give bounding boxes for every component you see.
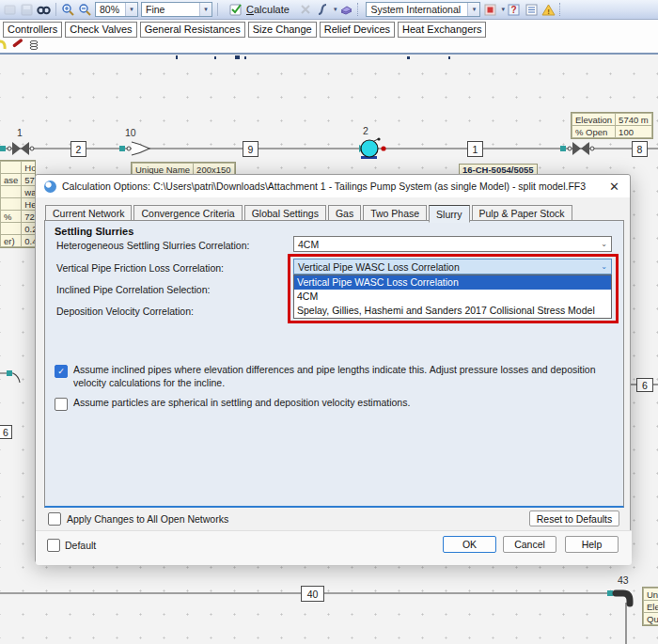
- cell: er): [1, 235, 22, 247]
- tooltip-key: Elevation: [572, 114, 616, 126]
- chevron-down-icon[interactable]: ⌄: [597, 240, 611, 248]
- junction-box[interactable]: 8: [632, 141, 648, 157]
- cell: [1, 223, 22, 235]
- cell: wat: [22, 186, 36, 198]
- default-checkbox[interactable]: [47, 539, 60, 552]
- clipped-text-fragment: [448, 56, 450, 59]
- toolbar-separator: [55, 3, 56, 16]
- pipe-drawing-tool-icon[interactable]: [316, 3, 330, 17]
- calculate-label: Calculate: [246, 4, 290, 15]
- toolbar-grip[interactable]: [559, 3, 564, 16]
- checkbox-checked[interactable]: ✓: [55, 365, 68, 378]
- cell: Uniq: [644, 589, 658, 601]
- field-label-deposition-velocity: Deposition Velocity Correlation:: [56, 306, 194, 317]
- chevron-down-icon[interactable]: ▾: [467, 3, 479, 16]
- field-label-inclined-pipe: Inclined Pipe Correlation Selection:: [56, 284, 210, 295]
- cell: 72: [22, 211, 36, 223]
- highlight-color-icon[interactable]: [483, 3, 497, 17]
- list-report-icon[interactable]: [525, 3, 539, 17]
- cell: [1, 198, 22, 211]
- zoom-level-combobox[interactable]: 80% ▾: [95, 2, 138, 17]
- slurry-tab-panel: Settling Slurries Heterogeneous Settling…: [44, 220, 624, 508]
- junction-box[interactable]: 6: [0, 425, 12, 439]
- field-label-vertical-pipe: Vertical Pipe Friction Loss Correlation:: [56, 262, 224, 274]
- detail-combobox[interactable]: Fine ▾: [141, 2, 212, 17]
- cell: Hop: [22, 162, 36, 174]
- component-button-relief-devices[interactable]: Relief Devices: [320, 22, 395, 38]
- svg-text:!: !: [547, 7, 550, 15]
- chevron-down-icon[interactable]: ▾: [501, 6, 505, 13]
- app-icon: [44, 181, 56, 193]
- component-button-check-valves[interactable]: Check Valves: [65, 22, 136, 38]
- junction-box[interactable]: 6: [636, 378, 653, 392]
- dropdown-option[interactable]: 4CM: [294, 290, 611, 304]
- junction-box[interactable]: 40: [301, 586, 324, 602]
- vertical-pipe-correlation-combobox[interactable]: Vertical Pipe WASC Loss Correlation ⌄: [293, 259, 612, 275]
- junction-label: 1: [17, 127, 23, 138]
- save-icon[interactable]: [20, 3, 34, 17]
- junction-box[interactable]: 9: [243, 141, 258, 157]
- chevron-down-icon[interactable]: ⌄: [597, 262, 611, 271]
- junction-box[interactable]: 1: [467, 141, 483, 157]
- cell: 0.4: [22, 235, 36, 247]
- assume-inclined-pipes-row: ✓ Assume inclined pipes where elevation …: [55, 364, 616, 389]
- tab-slurry[interactable]: Slurry: [429, 205, 469, 223]
- help-button[interactable]: Help: [565, 536, 619, 553]
- warning-icon[interactable]: !: [541, 3, 556, 17]
- find-icon[interactable]: [37, 3, 51, 17]
- cancel-button[interactable]: Cancel: [503, 536, 556, 553]
- cell: Quan: [644, 613, 658, 625]
- cell: [1, 162, 22, 174]
- junction-label: 43: [618, 574, 629, 586]
- dropdown-option[interactable]: Spelay, Gillies, Hashemi and Sanders 201…: [294, 304, 611, 318]
- detail-value: Fine: [146, 4, 164, 15]
- checkbox-unchecked[interactable]: [55, 398, 68, 411]
- ok-button[interactable]: OK: [443, 536, 496, 553]
- apply-strip: Apply Changes to All Open Networks Reset…: [36, 507, 632, 530]
- chevron-down-icon[interactable]: ▾: [125, 3, 137, 16]
- chevron-down-icon[interactable]: ▾: [199, 3, 212, 16]
- units-value: System International: [370, 4, 461, 15]
- open-icon[interactable]: [3, 3, 17, 17]
- pen-icon: [12, 39, 24, 48]
- component-button-general-resistances[interactable]: General Resistances: [140, 22, 245, 38]
- component-button-heat-exchangers[interactable]: Heat Exchangers: [398, 22, 486, 38]
- cell: 0.2: [22, 223, 36, 235]
- cell: 574: [22, 174, 36, 186]
- toolbar-grip[interactable]: [357, 3, 362, 16]
- reset-to-defaults-button[interactable]: Reset to Defaults: [529, 510, 619, 526]
- combobox-value: 4CM: [298, 239, 319, 250]
- section-title: Settling Slurries: [55, 226, 133, 237]
- junction-label: 2: [363, 125, 368, 136]
- heterogeneous-correlation-combobox[interactable]: 4CM ⌄: [293, 236, 612, 252]
- calculate-button[interactable]: Calculate: [223, 1, 296, 19]
- field-label-heterogeneous: Heterogeneous Settling Slurries Correlat…: [56, 240, 249, 251]
- clipped-text-fragment: [244, 56, 246, 59]
- model-data-help-icon[interactable]: ?: [508, 3, 522, 17]
- combobox-value: Vertical Pipe WASC Loss Correlation: [298, 261, 460, 273]
- default-row: Default: [47, 538, 96, 552]
- vertical-pipe-correlation-dropdown: Vertical Pipe WASC Loss Correlation 4CM …: [293, 275, 612, 319]
- clipped-text-fragment: [176, 55, 178, 59]
- component-button-controllers[interactable]: Controllers: [3, 22, 62, 38]
- chevron-down-icon[interactable]: ▾: [334, 6, 337, 13]
- checkbox-label: Assume inclined pipes where elevation di…: [73, 364, 616, 389]
- dialog-titlebar[interactable]: Calculation Options: C:\Users\patri\Down…: [36, 175, 630, 197]
- highlighter-icon: [0, 41, 5, 49]
- dialog-tabs: Current Network Convergence Criteria Glo…: [45, 203, 574, 221]
- units-combobox[interactable]: System International ▾: [366, 2, 480, 17]
- component-button-size-change[interactable]: Size Change: [248, 22, 317, 38]
- annotation-tools-icons[interactable]: [0, 39, 56, 53]
- zoom-in-icon[interactable]: [61, 3, 75, 17]
- junction-box[interactable]: 2: [70, 141, 86, 157]
- book-icon[interactable]: [339, 3, 353, 17]
- cell: Elev: [644, 601, 658, 613]
- close-icon[interactable]: ✕: [607, 181, 621, 193]
- clipped-text-fragment: [407, 56, 410, 59]
- left-inspection-table: Hop ase574 wat Het %72 0.2 er)0.4: [0, 160, 36, 248]
- zoom-out-icon[interactable]: [78, 3, 92, 17]
- dropdown-option[interactable]: Vertical Pipe WASC Loss Correlation: [294, 275, 611, 290]
- tooltip-value: 100: [616, 126, 652, 138]
- apply-changes-checkbox[interactable]: [48, 512, 61, 526]
- tooltip-value: 5740 m: [616, 114, 652, 126]
